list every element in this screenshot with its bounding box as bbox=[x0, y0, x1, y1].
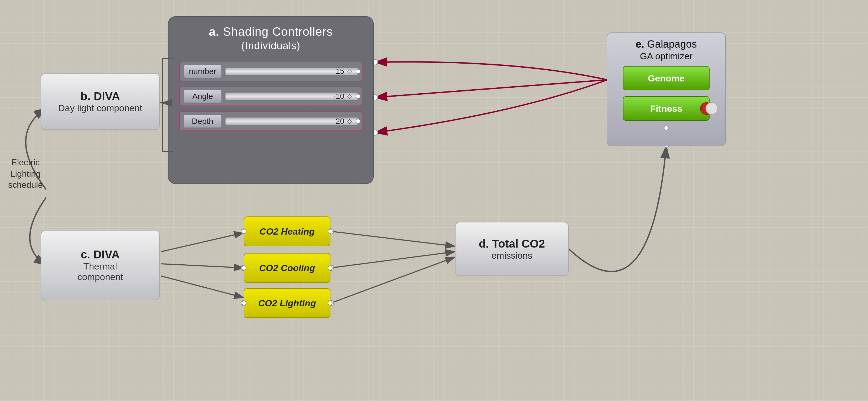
angle-diamond: ◇ bbox=[347, 93, 352, 100]
galapagos-title: e. Galapagos GA optimizer bbox=[636, 38, 697, 62]
co2-lighting-box: CO2 Lighting bbox=[244, 288, 331, 318]
galapagos-bottom-dot bbox=[664, 126, 669, 130]
co2-cooling-dot-left bbox=[242, 265, 246, 270]
angle-slider-dot bbox=[355, 94, 361, 99]
galapagos-box: e. Galapagos GA optimizer Genome Fitness bbox=[607, 32, 726, 146]
angle-slider-row[interactable]: Angle -10 ◇ bbox=[179, 87, 362, 106]
svg-point-16 bbox=[706, 103, 718, 114]
co2-lighting-dot-right bbox=[328, 301, 333, 305]
number-slider-row[interactable]: number 15 ◇ bbox=[179, 62, 362, 81]
co2-heating-dot-right bbox=[328, 229, 333, 234]
total-co2-title: d. Total CO2 bbox=[479, 237, 545, 250]
co2-cooling-box: CO2 Cooling bbox=[244, 253, 331, 283]
depth-value: 20 bbox=[336, 117, 344, 126]
number-track[interactable]: 15 ◇ bbox=[225, 68, 358, 75]
number-diamond: ◇ bbox=[347, 68, 352, 75]
diva-day-subtitle: Day light component bbox=[58, 103, 142, 113]
co2-lighting-dot-left bbox=[242, 301, 246, 305]
number-label: number bbox=[184, 65, 221, 78]
number-value: 15 bbox=[336, 67, 344, 76]
dna-icon bbox=[700, 99, 718, 118]
depth-slider-dot bbox=[355, 119, 361, 124]
diva-thermal-title: c. DIVA bbox=[81, 248, 120, 261]
depth-diamond: ◇ bbox=[347, 118, 352, 125]
co2-lighting-label: CO2 Lighting bbox=[258, 298, 316, 308]
total-co2-subtitle: emissions bbox=[491, 250, 532, 261]
co2-cooling-label: CO2 Cooling bbox=[259, 263, 315, 273]
angle-track[interactable]: -10 ◇ bbox=[225, 93, 358, 100]
diva-thermal-box: c. DIVA Thermal component bbox=[41, 230, 160, 300]
co2-heating-box: CO2 Heating bbox=[244, 216, 331, 246]
number-slider-dot bbox=[355, 69, 361, 74]
genome-button[interactable]: Genome bbox=[623, 66, 710, 90]
angle-label: Angle bbox=[184, 90, 221, 103]
diva-thermal-subtitle: Thermal bbox=[84, 261, 117, 272]
depth-label: Depth bbox=[184, 115, 221, 128]
fitness-label: Fitness bbox=[650, 103, 682, 114]
depth-track[interactable]: 20 ◇ bbox=[225, 118, 358, 125]
co2-heating-label: CO2 Heating bbox=[259, 226, 315, 237]
fitness-button[interactable]: Fitness bbox=[623, 96, 710, 121]
co2-heating-dot-left bbox=[242, 229, 246, 234]
diva-day-title: b. DIVA bbox=[81, 90, 120, 103]
depth-slider-row[interactable]: Depth 20 ◇ bbox=[179, 111, 362, 131]
genome-label: Genome bbox=[648, 73, 685, 83]
electric-lighting-text: ElectricLightingschedule bbox=[8, 157, 43, 191]
shading-controllers-box: a. Shading Controllers (Individuals) num… bbox=[168, 16, 374, 184]
shading-title: a. Shading Controllers (Individuals) bbox=[209, 25, 333, 52]
angle-value: -10 bbox=[333, 92, 344, 101]
co2-cooling-dot-right bbox=[328, 265, 333, 270]
diva-thermal-subtitle2: component bbox=[78, 272, 123, 282]
diva-day-box: b. DIVA Day light component bbox=[41, 73, 160, 130]
total-co2-box: d. Total CO2 emissions bbox=[455, 222, 569, 276]
